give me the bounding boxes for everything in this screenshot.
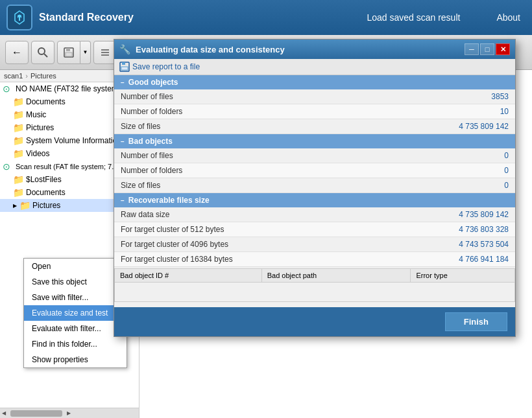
col-bad-id: Bad object ID # <box>115 269 262 283</box>
bad-objects-detail-table: Bad object ID # Bad object path Error ty… <box>114 268 515 302</box>
cell-label: Number of folders <box>114 163 335 178</box>
cell-label: Number of folders <box>114 104 335 119</box>
dialog-minimize-button[interactable]: ─ <box>465 43 479 55</box>
bad-objects-label: Bad objects <box>128 137 173 146</box>
recoverable-label: Recoverable files size <box>128 196 210 205</box>
cell-value: 0 <box>335 178 515 193</box>
col-bad-path: Bad object path <box>261 269 411 283</box>
cell-value: 4 736 803 328 <box>335 222 515 237</box>
recoverable-table: Raw data size 4 735 809 142 For target c… <box>114 207 515 267</box>
dialog-toolbar: Save report to a file <box>114 59 515 75</box>
section-good-objects: − Good objects <box>114 75 515 89</box>
cell-value: 0 <box>335 163 515 178</box>
good-objects-table: Number of files 3853 Number of folders 1… <box>114 89 515 134</box>
finish-button[interactable]: Finish <box>445 312 507 331</box>
table-row: Size of files 4 735 809 142 <box>114 119 515 134</box>
dialog-footer: Finish <box>114 307 515 336</box>
dialog-titlebar-buttons: ─ □ ✕ <box>465 43 510 55</box>
section-bad-objects: − Bad objects <box>114 134 515 148</box>
table-row: Size of files 0 <box>114 178 515 193</box>
bad-objects-table-summary: Number of files 0 Number of folders 0 Si… <box>114 148 515 193</box>
cell-label: Raw data size <box>114 207 335 222</box>
table-row: For target cluster of 16384 bytes 4 766 … <box>114 252 515 267</box>
cell-label: Number of files <box>114 89 335 104</box>
dialog-close-button[interactable]: ✕ <box>496 43 510 55</box>
cell-label: Size of files <box>114 178 335 193</box>
table-row: For target cluster of 512 bytes 4 736 80… <box>114 222 515 237</box>
save-report-button[interactable]: Save report to a file <box>119 62 200 72</box>
cell-label: Number of files <box>114 148 335 163</box>
section-recoverable: − Recoverable files size <box>114 193 515 207</box>
dialog-overlay: 🔧 Evaluating data size and consistency ─… <box>0 0 532 418</box>
cell-value: 4 743 573 504 <box>335 237 515 252</box>
col-error-type: Error type <box>411 269 515 283</box>
cell-label: Size of files <box>114 119 335 134</box>
good-objects-label: Good objects <box>128 78 178 87</box>
cell-value: 3853 <box>335 89 515 104</box>
cell-label: For target cluster of 4096 bytes <box>114 237 335 252</box>
svg-rect-24 <box>122 62 125 65</box>
cell-value: 10 <box>335 104 515 119</box>
cell-label: For target cluster of 512 bytes <box>114 222 335 237</box>
table-row: Number of folders 0 <box>114 163 515 178</box>
save-report-label: Save report to a file <box>132 62 200 71</box>
cell-value: 4 735 809 142 <box>335 207 515 222</box>
dialog-title: Evaluating data size and consistency <box>136 45 465 54</box>
cell-value: 0 <box>335 148 515 163</box>
svg-rect-25 <box>121 67 128 70</box>
table-row: Number of folders 10 <box>114 104 515 119</box>
dialog-evaluate: 🔧 Evaluating data size and consistency ─… <box>114 39 516 337</box>
bad-objects-collapse[interactable]: − <box>121 138 125 145</box>
cell-label: For target cluster of 16384 bytes <box>114 252 335 267</box>
dialog-titlebar: 🔧 Evaluating data size and consistency ─… <box>114 40 515 59</box>
table-row: For target cluster of 4096 bytes 4 743 5… <box>114 237 515 252</box>
cell-value: 4 766 941 184 <box>335 252 515 267</box>
table-row: Raw data size 4 735 809 142 <box>114 207 515 222</box>
cell-value: 4 735 809 142 <box>335 119 515 134</box>
dialog-maximize-button[interactable]: □ <box>480 43 494 55</box>
table-row: Number of files 3853 <box>114 89 515 104</box>
dialog-icon: 🔧 <box>119 44 130 54</box>
main-area: scan1 › Pictures ⊙ NO NAME (FAT32 file s… <box>0 70 532 418</box>
table-row: Number of files 0 <box>114 148 515 163</box>
good-objects-collapse[interactable]: − <box>121 79 125 86</box>
recoverable-collapse[interactable]: − <box>121 197 125 204</box>
